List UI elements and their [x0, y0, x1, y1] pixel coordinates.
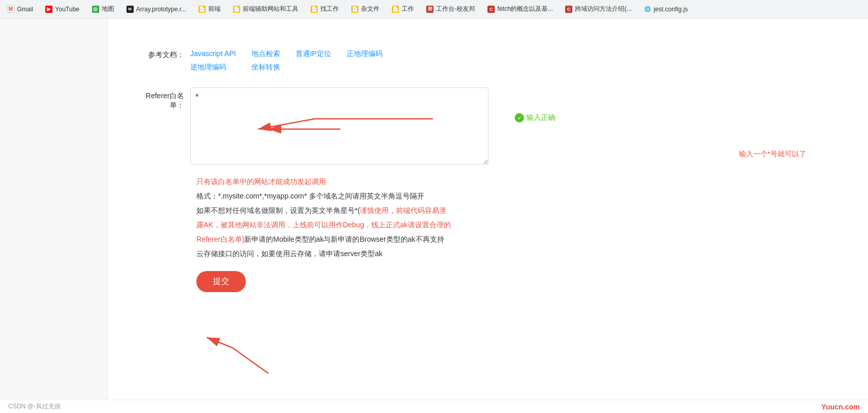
jest-icon: 🌐	[644, 6, 651, 13]
bookmark3-icon: 📄	[311, 6, 318, 13]
tab-bookmark1[interactable]: 📄 前端	[195, 4, 224, 14]
bottom-bar: CSDN @-风过无痕 Yuucn.com	[0, 400, 868, 413]
ref-link-place-search[interactable]: 地点检索	[251, 49, 280, 59]
sidebar	[0, 19, 108, 413]
desc-mixed-4: Referer白名单)	[196, 235, 244, 243]
maps-icon: ◎	[92, 6, 99, 13]
page-layout: 参考文档： Javascript API 地点检索 普通IP定位 正地理编码 逆…	[0, 19, 868, 413]
tab-bookmark2[interactable]: 📄 前端辅助网站和工具	[230, 4, 301, 14]
tab-bookmark5[interactable]: 📄 工作	[389, 4, 417, 14]
tab-gmail-label: Gmail	[17, 6, 33, 13]
tab-bookmark1-label: 前端	[208, 5, 221, 13]
tab-youtube-label: YouTube	[55, 6, 79, 13]
bookmark6-icon: 校	[426, 6, 433, 13]
tab-fetch-label: fetch的概念以及基...	[497, 5, 553, 13]
hint-right-text: 输入一个*号就可以了	[739, 150, 806, 158]
tab-array[interactable]: M Array.prototype.r...	[123, 5, 190, 14]
desc-line-3: 如果不想对任何域名做限制，设置为英文半角星号*(谨慎使用，前端代码容易泄 露AK…	[196, 203, 515, 261]
desc-line-2: 格式：*.mysite.com*,*myapp.com* 多个域名之间请用英文半…	[196, 189, 515, 203]
tab-bookmark5-label: 工作	[402, 5, 414, 13]
tab-bookmark6-label: 工作台-校友邦	[436, 5, 475, 13]
tab-cross[interactable]: C 跨域访问方法介绍(...	[562, 4, 635, 14]
tab-jest[interactable]: 🌐 jest.config.js	[641, 5, 691, 14]
submit-row: 提交	[196, 271, 847, 292]
referer-label: Referer白名单：	[139, 87, 190, 110]
tab-jest-label: jest.config.js	[654, 6, 688, 13]
valid-message: ✓ 输入正确	[515, 113, 555, 122]
desc-line-1: 只有该白名单中的网站才能成功发起调用	[196, 174, 515, 189]
tab-youtube[interactable]: ▶ YouTube	[42, 5, 82, 14]
ref-link-reverse-geocode[interactable]: 逆地理编码	[190, 63, 236, 72]
submit-arrow-svg	[166, 307, 320, 389]
tab-bookmark2-label: 前端辅助网站和工具	[243, 5, 298, 13]
tab-bookmark3[interactable]: 📄 找工作	[308, 4, 342, 14]
desc-section: 只有该白名单中的网站才能成功发起调用 格式：*.mysite.com*,*mya…	[196, 174, 515, 261]
tab-cross-label: 跨域访问方法介绍(...	[575, 5, 631, 13]
tab-bookmark6[interactable]: 校 工作台-校友邦	[423, 4, 478, 14]
bottom-attr: CSDN @-风过无痕	[8, 402, 61, 411]
main-content: 参考文档： Javascript API 地点检索 普通IP定位 正地理编码 逆…	[108, 19, 868, 413]
ref-link-ip-locate[interactable]: 普通IP定位	[296, 49, 331, 59]
referer-textarea[interactable]: *	[190, 87, 489, 165]
desc-mixed-2: 谨慎使用，前端代码容易泄	[360, 206, 446, 214]
referer-input-wrap: * ✓ 输入正确	[190, 87, 489, 166]
desc-mixed-1: 如果不想对任何域名做限制，设置为英文半角星号*(	[196, 206, 360, 214]
bookmark4-icon: 📄	[351, 6, 358, 13]
desc-mixed-6: 云存储接口的访问，如要使用云存储，请申请server类型ak	[196, 249, 383, 258]
browser-tab-bar: M Gmail ▶ YouTube ◎ 地图 M Array.prototype…	[0, 0, 868, 19]
gmail-icon: M	[7, 6, 14, 13]
annotation-hint-right: 输入一个*号就可以了	[739, 150, 806, 159]
ref-docs-row: 参考文档： Javascript API 地点检索 普通IP定位 正地理编码 逆…	[139, 49, 847, 72]
tab-bookmark3-label: 找工作	[320, 5, 339, 13]
array-icon: M	[126, 6, 134, 13]
valid-checkmark-icon: ✓	[515, 113, 524, 122]
tab-fetch[interactable]: C fetch的概念以及基...	[484, 4, 556, 14]
tab-array-label: Array.prototype.r...	[136, 6, 187, 13]
ref-docs-label: 参考文档：	[139, 49, 190, 60]
ref-link-geocode[interactable]: 正地理编码	[347, 49, 383, 59]
bookmark1-icon: 📄	[198, 6, 206, 13]
bookmark2-icon: 📄	[233, 6, 240, 13]
tab-bookmark4-label: 杂文件	[361, 5, 379, 13]
submit-button[interactable]: 提交	[196, 271, 246, 292]
tab-maps[interactable]: ◎ 地图	[89, 4, 117, 14]
yuucn-brand: Yuucn.com	[821, 403, 860, 411]
bookmark5-icon: 📄	[392, 6, 399, 13]
tab-bookmark4[interactable]: 📄 杂文件	[348, 4, 383, 14]
ref-links-grid: Javascript API 地点检索 普通IP定位 正地理编码 逆地理编码 坐…	[190, 49, 383, 72]
tab-maps-label: 地图	[102, 5, 114, 13]
ref-link-javascript-api[interactable]: Javascript API	[190, 49, 236, 59]
cross-icon: C	[565, 6, 572, 13]
valid-message-text: 输入正确	[527, 113, 555, 122]
youtube-icon: ▶	[45, 6, 52, 13]
desc-mixed-3: 露AK，被其他网站非法调用，上线前可以用作Debug，线上正式ak请设置合理的	[196, 221, 451, 229]
ref-link-coord-convert[interactable]: 坐标转换	[251, 63, 280, 72]
fetch-icon: C	[487, 6, 495, 13]
tab-gmail[interactable]: M Gmail	[4, 5, 36, 14]
desc-mixed-5: 新申请的Mobile类型的ak与新申请的Browser类型的ak不再支持	[244, 235, 444, 243]
